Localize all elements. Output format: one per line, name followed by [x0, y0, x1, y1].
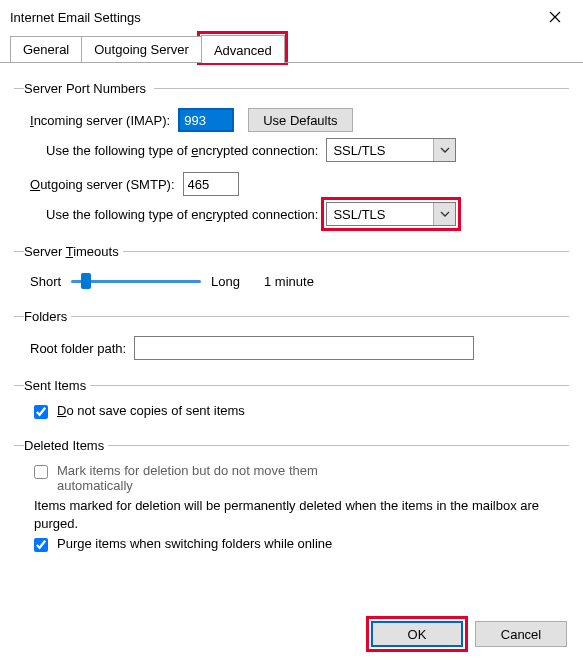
mark-for-deletion-label: Mark items for deletion but do not move … [57, 463, 318, 493]
tab-advanced[interactable]: Advanced [201, 35, 285, 63]
group-sent-items: Sent Items Do not save copies of sent it… [14, 378, 569, 430]
tab-outgoing-server[interactable]: Outgoing Server [81, 36, 202, 62]
group-deleted-items: Deleted Items Mark items for deletion bu… [14, 438, 569, 563]
slider-thumb-icon [81, 273, 91, 289]
deletion-note: Items marked for deletion will be perman… [34, 497, 569, 532]
group-label-sent: Sent Items [24, 378, 90, 393]
outgoing-encryption-select[interactable]: SSL/TLS [326, 202, 456, 226]
outgoing-encryption-label: Use the following type of encrypted conn… [46, 207, 318, 222]
ok-button[interactable]: OK [371, 621, 463, 647]
tab-strip: General Outgoing Server Advanced [0, 32, 583, 62]
outgoing-server-label: Outgoing server (SMTP): [30, 177, 175, 192]
close-button[interactable] [537, 4, 573, 30]
group-label-ports: Server Port Numbers [24, 81, 154, 96]
do-not-save-label: Do not save copies of sent items [57, 403, 245, 418]
tab-general[interactable]: General [10, 36, 82, 62]
outgoing-encryption-value: SSL/TLS [333, 207, 385, 222]
incoming-encryption-select[interactable]: SSL/TLS [326, 138, 456, 162]
group-folders: Folders Root folder path: [14, 309, 569, 370]
close-icon [549, 11, 561, 23]
purge-checkbox[interactable] [34, 538, 48, 552]
tab-page-advanced: Server Port Numbers Incoming server (IMA… [0, 62, 583, 577]
group-label-folders: Folders [24, 309, 71, 324]
incoming-server-label: Incoming server (IMAP): [30, 113, 170, 128]
root-folder-input[interactable] [134, 336, 474, 360]
group-label-deleted: Deleted Items [24, 438, 108, 453]
titlebar: Internet Email Settings [0, 0, 583, 32]
dialog-footer: OK Cancel [371, 621, 567, 647]
group-server-timeouts: Server Timeouts Short Long 1 minute [14, 244, 569, 301]
mark-for-deletion-checkbox[interactable] [34, 465, 48, 479]
timeout-long-label: Long [211, 274, 240, 289]
outgoing-port-input[interactable] [183, 172, 239, 196]
chevron-down-icon [433, 203, 455, 225]
use-defaults-button[interactable]: Use Defaults [248, 108, 352, 132]
timeout-short-label: Short [30, 274, 61, 289]
group-label-timeouts: Server Timeouts [24, 244, 123, 259]
incoming-encryption-label: Use the following type of encrypted conn… [46, 143, 318, 158]
do-not-save-checkbox[interactable] [34, 405, 48, 419]
window-title: Internet Email Settings [10, 10, 141, 25]
timeout-slider[interactable] [71, 271, 201, 291]
timeout-value: 1 minute [264, 274, 314, 289]
purge-label: Purge items when switching folders while… [57, 536, 332, 551]
root-folder-label: Root folder path: [30, 341, 126, 356]
incoming-encryption-value: SSL/TLS [333, 143, 385, 158]
chevron-down-icon [433, 139, 455, 161]
group-server-port-numbers: Server Port Numbers Incoming server (IMA… [14, 81, 569, 236]
incoming-port-input[interactable] [178, 108, 234, 132]
cancel-button[interactable]: Cancel [475, 621, 567, 647]
